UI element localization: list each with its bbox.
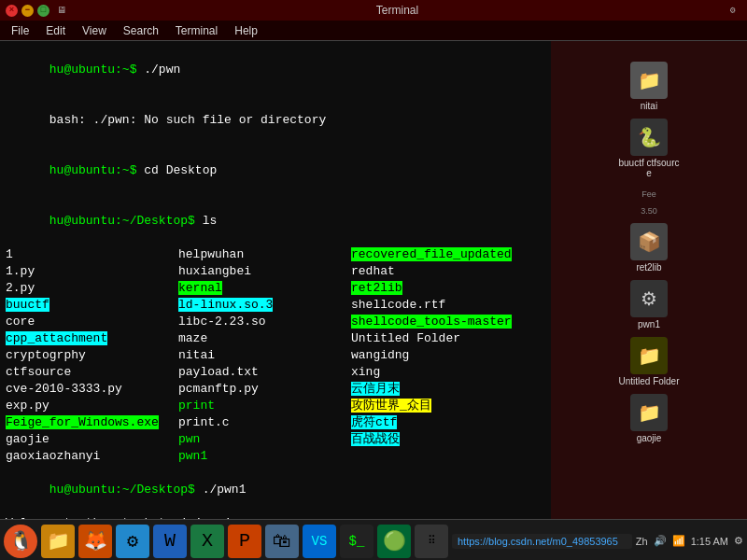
terminal-icon: 🖥 (53, 2, 70, 19)
file-exp: exp.py (6, 398, 178, 414)
desktop-icon-gaojie[interactable]: 📁 gaojie (616, 394, 682, 443)
taskbar-ppt-icon[interactable]: P (228, 525, 261, 558)
file-wang: wangidng (351, 347, 524, 364)
menu-terminal[interactable]: Terminal (168, 22, 225, 39)
file-help: helpwuhan (178, 246, 351, 263)
minimize-button[interactable]: − (21, 5, 34, 17)
menu-icon: ⚙ (725, 2, 741, 19)
menu-help[interactable]: Help (227, 22, 265, 39)
file-maze: maze (178, 330, 351, 347)
file-core: core (6, 314, 178, 330)
files-col-1: 1 1.py 2.py buuctf core cpp_attachment c… (6, 246, 178, 465)
file-redhat: redhat (351, 263, 524, 280)
file-print: print (178, 398, 351, 414)
file-2: 1.py (6, 263, 178, 280)
menu-edit[interactable]: Edit (38, 22, 73, 39)
file-pcman: pcmanftp.py (178, 381, 351, 398)
file-libc: libc-2.23.so (178, 314, 351, 330)
file-crypto: cryptogrphy (6, 347, 178, 364)
file-ctf: ctfsource (6, 364, 178, 381)
file-nitai: nitai (178, 347, 351, 364)
file-3: 2.py (6, 280, 178, 297)
taskbar-files-icon[interactable]: 📁 (41, 525, 75, 558)
taskbar: 🐧 📁 🦊 ⚙ W X P 🛍 VS $_ 🟢 ⠿ https://blog.c… (0, 519, 747, 560)
taskbar-word-icon[interactable]: W (153, 525, 187, 558)
menubar: File Edit View Search Terminal Help (0, 21, 747, 41)
line-2: bash: ./pwn: No such file or directory (6, 95, 557, 146)
taskbar-green-icon[interactable]: 🟢 (377, 525, 411, 558)
prompt-1: hu@ubuntu:~$ (49, 63, 144, 77)
file-pwn1: pwn1 (178, 448, 351, 465)
taskbar-shop-icon[interactable]: 🛍 (265, 525, 299, 558)
taskbar-url-bar[interactable]: https://blog.csdn.net/m0_49853965 (452, 534, 632, 549)
prompt-run: hu@ubuntu:~/Desktop$ (49, 483, 203, 497)
file-xing: xing (351, 364, 524, 381)
systray-zh: Zh (636, 536, 648, 547)
prompt-3: hu@ubuntu:~$ (49, 163, 144, 177)
taskbar-excel-icon[interactable]: X (190, 525, 224, 558)
file-cn3: 虎符ctf (351, 414, 524, 431)
file-cn4: 百战战役 (351, 431, 524, 448)
taskbar-ubuntu-icon[interactable]: 🐧 (4, 525, 37, 558)
cmd-1: ./pwn (144, 63, 180, 77)
cmd-3: cd Desktop (144, 163, 217, 177)
desktop-icon-nitai[interactable]: 📁 nitai (616, 62, 682, 111)
file-kernal: kernal (178, 280, 351, 297)
systray-gear: ⚙ (734, 535, 743, 547)
taskbar-firefox-icon[interactable]: 🦊 (78, 525, 112, 558)
desktop-icon-buuctf[interactable]: 🐍 buuctf ctfsource (616, 119, 682, 178)
file-gaoxiao: gaoxiaozhanyi (6, 448, 178, 465)
file-cn2: 攻防世界_众目 (351, 398, 524, 414)
maximize-button[interactable]: □ (37, 5, 49, 17)
file-pwn: pwn (178, 431, 351, 448)
file-printc: print.c (178, 414, 351, 431)
systray-audio: 🔊 (654, 535, 667, 547)
file-1: 1 (6, 246, 178, 263)
file-cve: cve-2010-3333.py (6, 381, 178, 398)
file-cpp: cpp_attachment (6, 330, 178, 347)
taskbar-grid-icon[interactable]: ⠿ (415, 525, 448, 558)
taskbar-terminal-icon[interactable]: $_ (340, 525, 374, 558)
prompt-4: hu@ubuntu:~/Desktop$ (49, 214, 203, 228)
systray-network: 📶 (672, 535, 685, 547)
error-text: bash: ./pwn: No such file or directory (49, 113, 326, 127)
line-run-pwn1: hu@ubuntu:~/Desktop$ ./pwn1 (6, 465, 557, 515)
line-1: hu@ubuntu:~$ ./pwn (6, 45, 557, 95)
terminal-window[interactable]: 📁 nitai 🐍 buuctf ctfsource Fee 3.50 📦 re… (0, 41, 747, 519)
taskbar-settings-icon[interactable]: ⚙ (116, 525, 149, 558)
desktop-icon-ret2lib[interactable]: 📦 ret2lib (616, 223, 682, 273)
desktop-icon-untitled[interactable]: 📁 Untitled Folder (616, 337, 682, 386)
cmd-4: ls (203, 214, 218, 228)
file-feige: Feige_for_Windows.exe (6, 414, 178, 431)
file-shellcode-tools: shellcode_tools-master (351, 314, 524, 330)
systray: Zh 🔊 📶 1:15 AM ⚙ (636, 535, 743, 547)
file-shellcode-rtf: shellcode.rtf (351, 297, 524, 314)
files-col-2: helpwuhan huxiangbei kernal ld-linux.so.… (178, 246, 351, 465)
line-3: hu@ubuntu:~$ cd Desktop (6, 146, 557, 196)
close-button[interactable]: × (6, 5, 18, 17)
file-hux: huxiangbei (178, 263, 351, 280)
file-gaojie: gaojie (6, 431, 178, 448)
titlebar: × − □ 🖥 Terminal ⚙ (0, 0, 747, 21)
file-ret2lib: ret2lib (351, 280, 524, 297)
systray-time: 1:15 AM (691, 536, 728, 547)
menu-file[interactable]: File (4, 22, 36, 39)
line-welcome: Welcome to the stack training_1 (6, 515, 557, 519)
window-title: Terminal (74, 4, 721, 17)
cmd-run: ./pwn1 (203, 483, 247, 497)
menu-view[interactable]: View (75, 22, 114, 39)
file-recovered: recovered_file_updated (351, 246, 524, 263)
files-listing: 1 1.py 2.py buuctf core cpp_attachment c… (6, 246, 557, 465)
file-ld: ld-linux.so.3 (178, 297, 351, 314)
desktop-icon-pwn1[interactable]: ⚙ pwn1 (616, 280, 682, 329)
files-col-3: recovered_file_updated redhat ret2lib sh… (351, 246, 524, 465)
file-cn1: 云信月末 (351, 381, 524, 398)
file-payload: payload.txt (178, 364, 351, 381)
taskbar-vscode-icon[interactable]: VS (303, 525, 336, 558)
menu-search[interactable]: Search (116, 22, 166, 39)
file-buuctf: buuctf (6, 297, 178, 314)
desktop-icons-overlay: 📁 nitai 🐍 buuctf ctfsource Fee 3.50 📦 re… (551, 41, 747, 519)
terminal-content: hu@ubuntu:~$ ./pwn bash: ./pwn: No such … (6, 45, 557, 519)
file-untitled: Untitled Folder (351, 330, 524, 347)
line-4: hu@ubuntu:~/Desktop$ ls (6, 196, 557, 246)
